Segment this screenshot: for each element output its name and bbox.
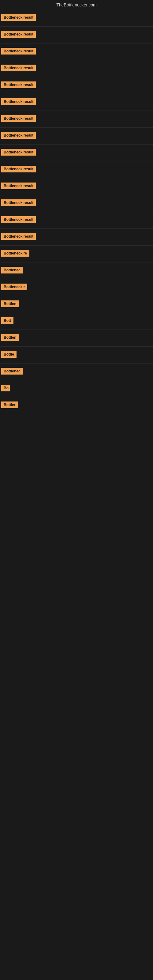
bottleneck-badge[interactable]: Bottleneck r [1,283,27,290]
bottleneck-badge[interactable]: Bottlenec [1,368,23,375]
list-item: Bottlenec [0,262,153,279]
bottleneck-badge[interactable]: Bottlen [1,301,19,307]
bottleneck-badge[interactable]: Bottleneck result [1,98,36,105]
list-item: Bottleneck result [0,212,153,229]
bottleneck-badge[interactable]: Bott [1,317,13,324]
bottleneck-badge[interactable]: Bo [1,385,10,391]
bottleneck-badge[interactable]: Bottleneck result [1,115,36,122]
list-item: Bo [0,380,153,397]
list-item: Bottleneck r [0,279,153,296]
bottleneck-badge[interactable]: Bottlenec [1,267,23,274]
list-item: Bottleneck result [0,161,153,178]
bottleneck-badge[interactable]: Bottle [1,351,16,358]
bottleneck-badge[interactable]: Bottlen [1,334,19,341]
bottleneck-badge[interactable]: Bottler [1,401,18,408]
list-item: Bottleneck result [0,229,153,246]
bottleneck-badge[interactable]: Bottleneck result [1,149,36,156]
list-item: Bottleneck result [0,94,153,111]
list-item: Bottleneck result [0,60,153,77]
items-list: Bottleneck resultBottleneck resultBottle… [0,10,153,414]
site-title: TheBottlenecker.com [0,0,153,10]
list-item: Bottleneck result [0,128,153,145]
bottleneck-badge[interactable]: Bottleneck result [1,48,36,54]
list-item: Bottleneck result [0,195,153,212]
list-item: Bottleneck re [0,246,153,262]
bottleneck-badge[interactable]: Bottleneck result [1,166,36,172]
list-item: Bottle [0,347,153,364]
list-item: Bottleneck result [0,145,153,161]
bottleneck-badge[interactable]: Bottleneck result [1,81,36,88]
bottleneck-badge[interactable]: Bottleneck result [1,132,36,139]
list-item: Bottleneck result [0,43,153,60]
list-item: Bottlen [0,330,153,347]
site-header: TheBottlenecker.com [0,0,153,10]
bottleneck-badge[interactable]: Bottleneck result [1,65,36,72]
bottleneck-badge[interactable]: Bottleneck result [1,183,36,189]
list-item: Bottleneck result [0,27,153,43]
bottleneck-badge[interactable]: Bottleneck result [1,233,36,240]
list-item: Bottlen [0,296,153,313]
list-item: Bottler [0,397,153,414]
bottleneck-badge[interactable]: Bottleneck result [1,31,36,38]
list-item: Bottleneck result [0,178,153,195]
list-item: Bottleneck result [0,77,153,94]
bottleneck-badge[interactable]: Bottleneck result [1,199,36,206]
bottleneck-badge[interactable]: Bottleneck result [1,216,36,223]
list-item: Bott [0,313,153,330]
bottleneck-badge[interactable]: Bottleneck result [1,14,36,21]
list-item: Bottleneck result [0,10,153,27]
list-item: Bottlenec [0,364,153,380]
list-item: Bottleneck result [0,111,153,128]
bottleneck-badge[interactable]: Bottleneck re [1,250,29,257]
